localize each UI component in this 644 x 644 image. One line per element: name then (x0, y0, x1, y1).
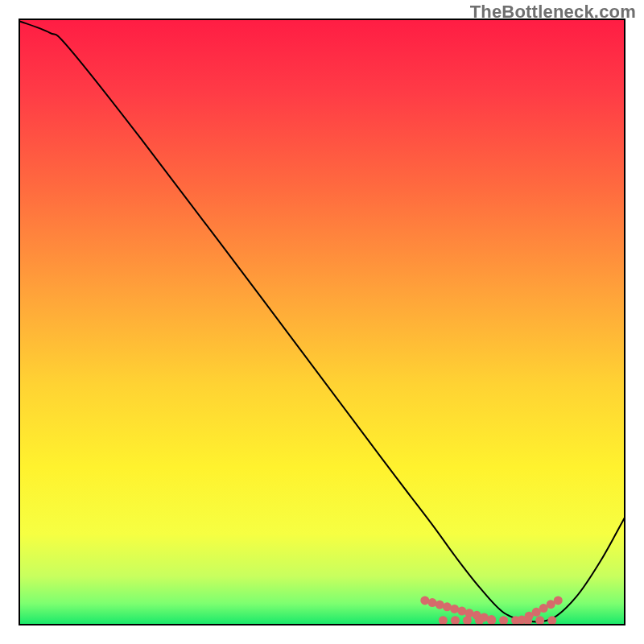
chart-background-gradient (19, 19, 625, 625)
svg-point-18 (535, 616, 544, 625)
svg-point-12 (463, 616, 472, 625)
svg-point-25 (554, 596, 563, 605)
watermark-text: TheBottleneck.com (470, 2, 636, 23)
svg-point-14 (487, 616, 496, 625)
svg-point-10 (439, 616, 448, 625)
svg-point-11 (451, 616, 460, 625)
chart-container: TheBottleneck.com (0, 0, 644, 644)
svg-point-15 (499, 616, 508, 625)
svg-point-13 (475, 616, 484, 625)
svg-point-19 (547, 616, 556, 625)
bottleneck-chart (0, 0, 644, 644)
